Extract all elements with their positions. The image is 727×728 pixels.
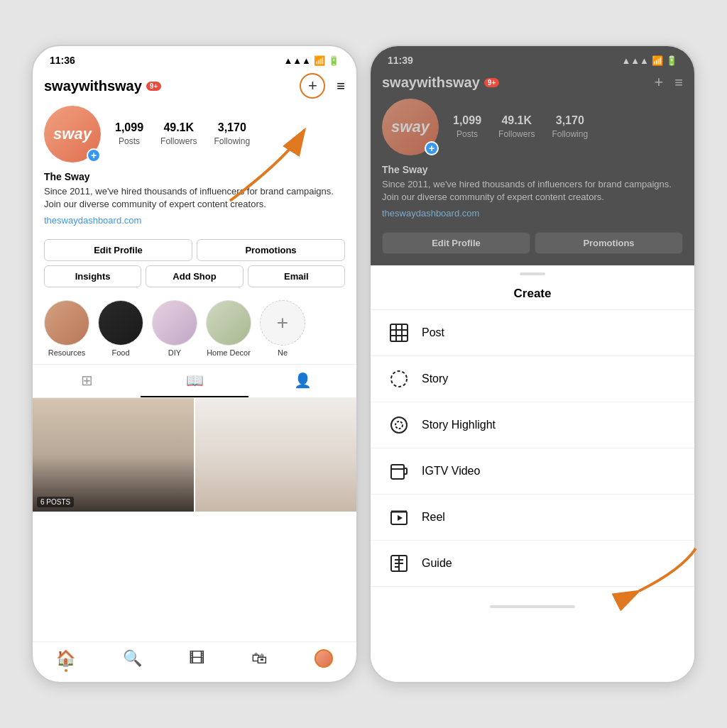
followers-count: 49.1K — [160, 121, 197, 134]
photo-cell-1[interactable]: 6 POSTS — [33, 398, 194, 512]
left-phone: 11:36 ▲▲▲ 📶 🔋 swaywithsway 9+ + ≡ — [31, 45, 358, 683]
following-count-right: 3,170 — [552, 114, 588, 127]
stat-followers-right: 49.1K Followers — [498, 114, 535, 140]
ig-header-left: swaywithsway 9+ + ≡ — [33, 69, 356, 106]
nav-search[interactable]: 🔍 — [123, 649, 142, 668]
create-guide-item[interactable]: Guide — [371, 541, 694, 587]
photo-grid: 6 POSTS — [33, 398, 356, 512]
status-bar-left: 11:36 ▲▲▲ 📶 🔋 — [33, 46, 356, 69]
create-guide-label: Guide — [422, 557, 452, 570]
ig-header-right: swaywithsway 9+ + ≡ — [371, 69, 694, 99]
stat-following[interactable]: 3,170 Following — [214, 121, 250, 147]
create-story-item[interactable]: Story — [371, 356, 694, 402]
edit-profile-btn-dimmed: Edit Profile — [382, 232, 530, 254]
notification-badge-left: 9+ — [146, 82, 161, 91]
create-reel-label: Reel — [422, 511, 445, 524]
photo-label-1: 6 POSTS — [37, 497, 74, 507]
edit-profile-button[interactable]: Edit Profile — [44, 239, 192, 261]
tab-reels[interactable]: 📖 — [141, 365, 248, 397]
following-label: Following — [214, 136, 250, 146]
highlight-resources[interactable]: Resources — [44, 300, 89, 357]
create-post-item[interactable]: Post — [371, 310, 694, 356]
stat-posts-right: 1,099 Posts — [453, 114, 481, 140]
avatar-wrapper: sway + — [44, 106, 101, 162]
wifi-icon: 📶 — [314, 55, 325, 66]
modal-bottom-bar — [371, 587, 694, 615]
create-story-label: Story — [422, 373, 448, 385]
signal-icon-right: ▲▲▲ — [621, 55, 649, 66]
bio-text: Since 2011, we've hired thousands of inf… — [44, 185, 345, 211]
create-plus-button[interactable]: + — [300, 73, 325, 99]
nav-home-dot — [65, 669, 67, 672]
highlight-label-homedecor: Home Decor — [207, 348, 251, 357]
story-icon — [388, 368, 410, 390]
signal-icon: ▲▲▲ — [283, 55, 311, 66]
status-time-left: 11:36 — [50, 55, 75, 66]
profile-top-right: sway + 1,099 Posts 49.1K Followers — [382, 99, 683, 155]
status-bar-right: 11:39 ▲▲▲ 📶 🔋 — [371, 46, 694, 69]
bio-link-right: theswaydashboard.com — [382, 208, 479, 219]
insights-button[interactable]: Insights — [44, 265, 141, 287]
create-highlight-item[interactable]: Story Highlight — [371, 402, 694, 448]
status-icons-right: ▲▲▲ 📶 🔋 — [621, 55, 677, 66]
svg-rect-10 — [404, 468, 407, 474]
username-title-left: swaywithsway 9+ — [44, 78, 161, 94]
posts-label-right: Posts — [457, 129, 478, 139]
nav-home[interactable]: 🏠 — [56, 649, 75, 668]
highlight-food[interactable]: Food — [98, 300, 143, 357]
bottom-nav: 🏠 🔍 🎞 🛍 — [33, 641, 356, 682]
avatar-plus-icon[interactable]: + — [87, 148, 101, 162]
svg-rect-1 — [390, 324, 408, 341]
plus-icon-right: + — [654, 73, 663, 92]
battery-icon-right: 🔋 — [666, 55, 677, 66]
create-reel-item[interactable]: Reel — [371, 495, 694, 541]
tab-grid[interactable]: ⊞ — [33, 365, 141, 397]
svg-point-6 — [391, 371, 407, 387]
posts-label: Posts — [119, 136, 140, 146]
avatar-plus-right: + — [425, 141, 439, 155]
promotions-btn-dimmed: Promotions — [535, 232, 683, 254]
highlight-icon — [388, 414, 410, 436]
add-shop-button[interactable]: Add Shop — [146, 265, 243, 287]
profile-stats: 1,099 Posts 49.1K Followers 3,170 Follow… — [115, 121, 250, 147]
wifi-icon-right: 📶 — [652, 55, 663, 66]
promotions-button[interactable]: Promotions — [197, 239, 345, 261]
photo-cell-2[interactable] — [195, 398, 356, 512]
nav-avatar — [315, 649, 333, 668]
btn-row-2: Insights Add Shop Email — [44, 265, 345, 287]
create-post-label: Post — [422, 326, 444, 339]
nav-shop[interactable]: 🛍 — [251, 649, 267, 668]
posts-count: 1,099 — [115, 121, 143, 134]
highlight-circle-add: + — [260, 300, 305, 346]
profile-stats-right: 1,099 Posts 49.1K Followers 3,170 Follow… — [453, 114, 588, 140]
followers-label: Followers — [160, 136, 197, 146]
highlight-new[interactable]: + Ne — [260, 300, 305, 357]
username-text-left: swaywithsway — [44, 78, 142, 94]
highlight-diy[interactable]: DIY — [152, 300, 197, 357]
bio-text-right: Since 2011, we've hired thousands of inf… — [382, 178, 683, 204]
tab-bar: ⊞ 📖 👤 — [33, 364, 356, 398]
modal-handle — [520, 272, 545, 275]
igtv-icon — [388, 460, 410, 482]
highlight-circle-homedecor — [206, 300, 251, 346]
nav-reels[interactable]: 🎞 — [189, 649, 204, 668]
stat-followers[interactable]: 49.1K Followers — [160, 121, 197, 147]
email-button[interactable]: Email — [248, 265, 345, 287]
stat-posts: 1,099 Posts — [115, 121, 143, 147]
svg-point-8 — [395, 421, 403, 429]
nav-profile[interactable] — [315, 649, 333, 668]
profile-top: sway + 1,099 Posts 49.1K Followers — [44, 106, 345, 162]
tab-tagged[interactable]: 👤 — [248, 365, 356, 397]
highlight-home-decor[interactable]: Home Decor — [206, 300, 251, 357]
avatar-wrapper-right: sway + — [382, 99, 439, 155]
bio-link[interactable]: theswaydashboard.com — [44, 215, 141, 226]
bottom-indicator — [490, 605, 575, 608]
bio-name: The Sway — [44, 171, 345, 182]
menu-icon-left[interactable]: ≡ — [337, 78, 345, 94]
header-icons-right: + ≡ — [654, 73, 683, 92]
modal-title: Create — [371, 287, 694, 310]
status-icons-left: ▲▲▲ 📶 🔋 — [283, 55, 339, 66]
highlight-label-resources: Resources — [48, 348, 86, 357]
create-igtv-item[interactable]: IGTV Video — [371, 448, 694, 495]
grid-icon: ⊞ — [81, 372, 93, 389]
